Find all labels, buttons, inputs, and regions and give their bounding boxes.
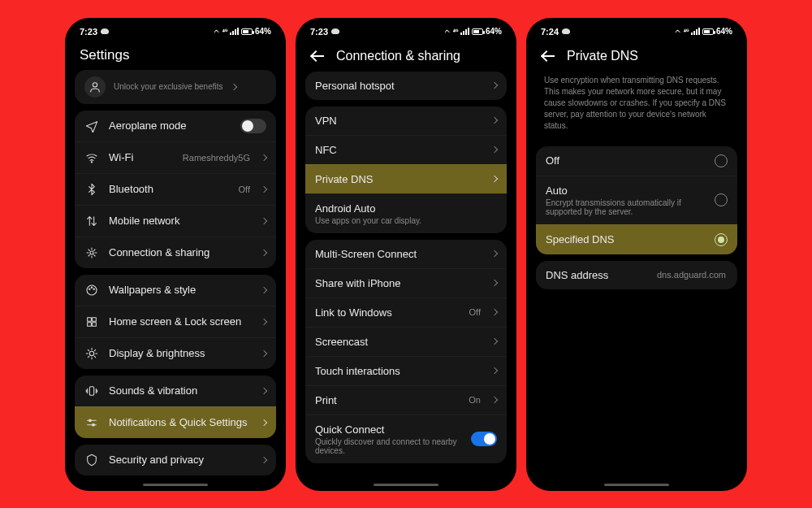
dns-off-row[interactable]: Off [536, 146, 737, 176]
aeroplane-row[interactable]: Aeroplane mode [75, 111, 276, 141]
phone-private-dns: 7:24 ⁴ᴳ 64% Private DNS Use encryption w… [526, 18, 747, 491]
aeroplane-label: Aeroplane mode [109, 119, 231, 132]
bluetooth-label: Bluetooth [109, 183, 229, 195]
wallpapers-label: Wallpapers & style [109, 284, 252, 296]
quick-connect-label: Quick Connect [315, 423, 461, 436]
svg-point-6 [93, 289, 94, 289]
connection-sharing-row[interactable]: Connection & sharing [75, 237, 276, 268]
link-windows-row[interactable]: Link to WindowsOff [305, 297, 507, 327]
private-dns-row[interactable]: Private DNS [305, 164, 507, 193]
dns-mode-group: Off AutoEncrypt transmissions automatica… [536, 146, 737, 254]
aeroplane-toggle[interactable] [240, 119, 266, 133]
touch-row[interactable]: Touch interactions [305, 356, 507, 385]
android-auto-row[interactable]: Android AutoUse apps on your car display… [305, 193, 507, 233]
android-auto-sub: Use apps on your car display. [315, 216, 497, 225]
vibration-icon [84, 384, 99, 398]
dns-off-label: Off [546, 154, 705, 167]
sliders-icon [84, 415, 99, 430]
hotspot-row[interactable]: Personal hotspot [305, 72, 507, 100]
homescreen-row[interactable]: Home screen & Lock screen [75, 306, 276, 337]
chevron-right-icon [491, 397, 498, 403]
page-title: Private DNS [567, 49, 638, 63]
dns-specified-row[interactable]: Specified DNS [536, 224, 737, 254]
dns-off-radio[interactable] [715, 154, 728, 167]
print-row[interactable]: PrintOn [305, 385, 507, 415]
wifi-icon [212, 28, 220, 36]
chevron-right-icon [261, 387, 267, 393]
aeroplane-icon [84, 119, 99, 133]
display-row[interactable]: Display & brightness [75, 337, 276, 369]
account-banner[interactable]: Unlock your exclusive benefits [75, 70, 276, 104]
security-row[interactable]: Security and privacy [75, 445, 276, 475]
chevron-right-icon [261, 419, 267, 425]
mobile-row[interactable]: Mobile network [75, 205, 276, 237]
dns-auto-label: Auto [546, 185, 705, 197]
dns-auto-radio[interactable] [715, 193, 728, 206]
vpn-label: VPN [315, 115, 482, 127]
wifi-value: Rameshreddy5G [183, 153, 250, 163]
chevron-right-icon [261, 318, 267, 324]
battery-pct: 64% [255, 27, 271, 36]
chevron-right-icon [261, 154, 267, 160]
home-indicator[interactable] [604, 484, 669, 486]
notifications-row[interactable]: Notifications & Quick Settings [75, 406, 276, 438]
svg-point-4 [89, 289, 90, 289]
avatar-icon [84, 76, 106, 98]
bluetooth-row[interactable]: Bluetooth Off [75, 173, 276, 205]
clock: 7:24 [541, 27, 559, 37]
volte-icon: ⁴ᴳ [222, 28, 227, 35]
quick-connect-row[interactable]: Quick ConnectQuickly discover and connec… [305, 415, 507, 463]
header: Connection & sharing [299, 42, 513, 72]
touch-label: Touch interactions [315, 365, 482, 377]
status-bar: 7:24 ⁴ᴳ 64% [529, 21, 744, 42]
hotspot-group: Personal hotspot [305, 72, 507, 100]
dns-specified-radio[interactable] [715, 233, 728, 246]
svg-rect-9 [88, 322, 92, 326]
wifi-row-icon [84, 150, 99, 165]
svg-rect-7 [88, 317, 92, 321]
mobile-data-icon [84, 214, 99, 228]
battery-icon [472, 28, 483, 35]
content: Unlock your exclusive benefits Aeroplane… [68, 70, 283, 480]
back-button[interactable] [541, 49, 555, 63]
share-iphone-row[interactable]: Share with iPhone [305, 268, 507, 297]
banner-sub: Unlock your exclusive benefits [114, 82, 223, 91]
dns-auto-row[interactable]: AutoEncrypt transmissions automatically … [536, 176, 737, 224]
share-iphone-label: Share with iPhone [315, 277, 482, 289]
volte-icon: ⁴ᴳ [453, 28, 458, 35]
quick-connect-toggle[interactable] [471, 432, 497, 446]
chevron-right-icon [491, 367, 498, 374]
dns-address-row[interactable]: DNS address dns.adguard.com [536, 261, 737, 289]
back-button[interactable] [310, 49, 325, 63]
chevron-right-icon [491, 309, 498, 315]
content: Use encryption when transmitting DNS req… [529, 72, 744, 480]
sounds-row[interactable]: Sounds & vibration [75, 376, 276, 406]
quick-connect-sub: Quickly discover and connect to nearby d… [315, 437, 461, 455]
wifi-row[interactable]: Wi-Fi Rameshreddy5G [75, 141, 276, 173]
svg-point-2 [90, 251, 93, 254]
screen: 7:23 ⁴ᴳ 64% Connection & sharing Persona… [299, 21, 513, 488]
wallpapers-row[interactable]: Wallpapers & style [75, 275, 276, 306]
network-group: VPN NFC Private DNS Android AutoUse apps… [305, 106, 507, 233]
multiscreen-row[interactable]: Multi-Screen Connect [305, 240, 507, 268]
connectivity-group: Aeroplane mode Wi-Fi Rameshreddy5G Bluet… [75, 111, 276, 268]
status-bar: 7:23 ⁴ᴳ 64% [68, 21, 283, 42]
mobile-label: Mobile network [109, 215, 252, 227]
home-indicator[interactable] [143, 484, 208, 486]
home-indicator[interactable] [374, 484, 438, 486]
volte-icon: ⁴ᴳ [684, 28, 689, 35]
print-label: Print [315, 394, 459, 406]
cloud-icon [562, 28, 570, 34]
vpn-row[interactable]: VPN [305, 106, 507, 135]
screencast-row[interactable]: Screencast [305, 327, 507, 356]
page-title: Settings [68, 42, 283, 70]
chevron-right-icon [230, 83, 236, 89]
chevron-right-icon [491, 82, 498, 89]
shield-icon [84, 453, 99, 467]
battery-icon [702, 28, 714, 35]
nfc-row[interactable]: NFC [305, 135, 507, 164]
chevron-right-icon [261, 217, 267, 224]
svg-point-5 [91, 287, 92, 288]
chevron-right-icon [491, 176, 498, 182]
multiscreen-label: Multi-Screen Connect [315, 248, 482, 260]
